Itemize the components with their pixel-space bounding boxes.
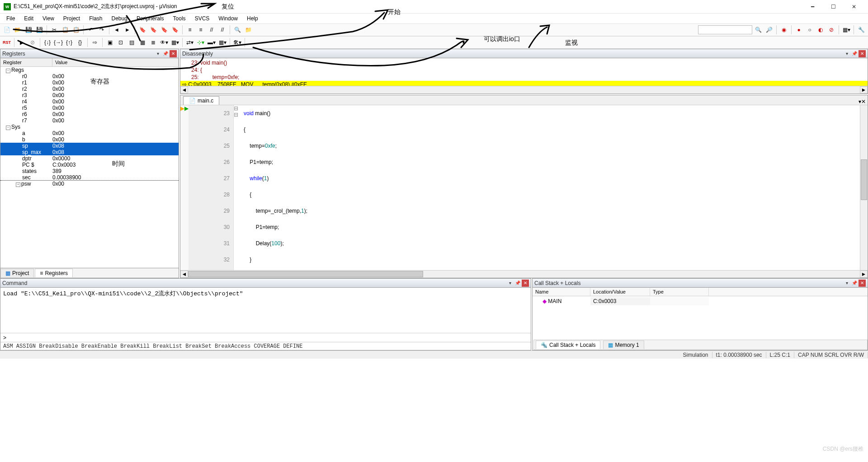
reg-row[interactable]: r50x00	[0, 105, 179, 111]
tab-callstack[interactable]: 🔩Call Stack + Locals	[536, 341, 600, 349]
bookmark-prev-icon[interactable]: 🔖	[148, 25, 158, 35]
panel-menu-icon[interactable]: ▾	[843, 50, 850, 57]
open-file-icon[interactable]: 📂	[13, 25, 23, 35]
breakpoint-insert-icon[interactable]: ●	[794, 25, 804, 35]
indent-icon[interactable]: ≡	[185, 25, 195, 35]
cs-col-type[interactable]: Type	[650, 288, 709, 296]
close-button[interactable]: ✕	[844, 0, 864, 14]
panel-close-icon[interactable]: ✕	[170, 50, 177, 57]
cs-col-loc[interactable]: Location/Value	[590, 288, 650, 296]
redo-icon[interactable]: ↷	[97, 25, 107, 35]
reset-icon[interactable]: RST	[2, 37, 12, 47]
maximize-button[interactable]: ☐	[823, 0, 844, 14]
panel-pin-icon[interactable]: 📌	[162, 50, 169, 57]
outdent-icon[interactable]: ≡	[196, 25, 206, 35]
disassembly-content[interactable]: 23: void main() 24: { 25: temp=0xfe;⇨ C:…	[180, 58, 868, 86]
save-all-icon[interactable]: 💾	[34, 25, 44, 35]
trace-window-icon[interactable]: ▬▾	[207, 37, 217, 47]
callstack-window-icon[interactable]: ≣	[148, 37, 158, 47]
find-icon[interactable]: 🔍	[232, 25, 242, 35]
nav-back-icon[interactable]: ◄	[112, 25, 122, 35]
menu-window[interactable]: Window	[214, 14, 242, 23]
run-icon[interactable]: ▶	[17, 37, 27, 47]
panel-pin-icon[interactable]: 📌	[851, 50, 858, 57]
reg-col-value[interactable]: Value	[52, 58, 179, 66]
step-into-icon[interactable]: {↓}	[42, 37, 52, 47]
breakpoint-kill-icon[interactable]: ⊘	[826, 25, 836, 35]
panel-close-icon[interactable]: ✕	[859, 280, 866, 287]
window-layout-icon[interactable]: ▦▾	[841, 25, 851, 35]
comment-icon[interactable]: //	[207, 25, 217, 35]
system-viewer-icon[interactable]: ▦▾	[217, 37, 227, 47]
breakpoint-enable-icon[interactable]: ○	[805, 25, 815, 35]
new-file-icon[interactable]: 📄	[2, 25, 12, 35]
code-editor[interactable]: ▶▶ 23242526272829303132 ⊟⊟ void main(){ …	[180, 105, 868, 270]
reg-row[interactable]: +psw0x00	[0, 181, 179, 187]
callstack-row[interactable]: ◆ MAINC:0x0003	[533, 296, 868, 306]
tab-project[interactable]: ▦Project	[0, 269, 34, 277]
panel-close-icon[interactable]: ✕	[859, 50, 866, 57]
menu-project[interactable]: Project	[59, 14, 85, 23]
editor-hscroll[interactable]: ◄►	[180, 270, 868, 278]
memory-window-icon[interactable]: ▦▾	[170, 37, 180, 47]
folder-icon[interactable]: 📁	[243, 25, 253, 35]
minimize-button[interactable]: ━	[802, 0, 823, 14]
menu-peripherals[interactable]: Peripherals	[132, 14, 169, 23]
panel-close-icon[interactable]: ✕	[861, 98, 866, 105]
editor-tab-main-c[interactable]: 📄 main.c	[183, 96, 219, 105]
tab-registers[interactable]: ≡Registers	[35, 269, 73, 277]
registers-window-icon[interactable]: ▦	[137, 37, 147, 47]
symbols-window-icon[interactable]: ▤	[127, 37, 137, 47]
reg-row[interactable]: a0x00	[0, 130, 179, 136]
step-out-icon[interactable]: {↑}	[64, 37, 74, 47]
reg-row[interactable]: r60x00	[0, 111, 179, 117]
search-input[interactable]	[698, 25, 752, 34]
serial-window-icon[interactable]: ⇄▾	[185, 37, 195, 47]
reg-row[interactable]: r30x00	[0, 92, 179, 98]
panel-pin-icon[interactable]: 📌	[851, 280, 858, 287]
command-input[interactable]: >	[0, 333, 531, 342]
tab-memory1[interactable]: ▦Memory 1	[603, 341, 644, 349]
undo-icon[interactable]: ↶	[86, 25, 96, 35]
reg-row[interactable]: r10x00	[0, 79, 179, 86]
save-icon[interactable]: 💾	[24, 25, 33, 35]
watch-window-icon[interactable]: 👁▾	[159, 37, 169, 47]
menu-svcs[interactable]: SVCS	[190, 14, 214, 23]
reg-col-name[interactable]: Register	[0, 58, 52, 66]
menu-flash[interactable]: Flash	[85, 14, 107, 23]
panel-menu-icon[interactable]: ▾	[506, 280, 514, 287]
reg-row[interactable]: sec0.00038900	[0, 174, 179, 181]
reg-row[interactable]: r20x00	[0, 86, 179, 92]
menu-file[interactable]: File	[2, 14, 19, 23]
run-to-cursor-icon[interactable]: {}	[75, 37, 85, 47]
nav-fwd-icon[interactable]: ►	[123, 25, 132, 35]
command-window-icon[interactable]: ▣	[105, 37, 115, 47]
cs-col-name[interactable]: Name	[533, 288, 590, 296]
reg-row[interactable]: states389	[0, 168, 179, 174]
bookmark-next-icon[interactable]: 🔖	[159, 25, 169, 35]
search-go-icon[interactable]: 🔍	[753, 25, 763, 35]
menu-help[interactable]: Help	[242, 14, 263, 23]
reg-group[interactable]: −Regs	[0, 67, 179, 73]
panel-pin-icon[interactable]: 📌	[514, 280, 521, 287]
toolbox-icon[interactable]: 🛠▾	[232, 37, 242, 47]
debug-start-icon[interactable]: ◉	[779, 25, 789, 35]
panel-menu-icon[interactable]: ▾	[843, 280, 850, 287]
panel-menu-icon[interactable]: ▾	[154, 50, 161, 57]
reg-row[interactable]: r70x00	[0, 117, 179, 124]
reg-row[interactable]: r00x00	[0, 73, 179, 79]
command-output[interactable]: Load "E:\\C51_Keil_pro\\QX-mini51\\code\…	[0, 288, 531, 333]
panel-close-icon[interactable]: ✕	[522, 280, 529, 287]
reg-row[interactable]: r40x00	[0, 98, 179, 105]
show-next-statement-icon[interactable]: ⇨	[90, 37, 100, 47]
menu-tools[interactable]: Tools	[169, 14, 190, 23]
stop-icon[interactable]: ⊘	[28, 37, 38, 47]
analysis-window-icon[interactable]: ⊹▾	[196, 37, 206, 47]
configure-icon[interactable]: 🔧	[856, 25, 866, 35]
disassembly-window-icon[interactable]: ⊡	[116, 37, 126, 47]
reg-row[interactable]: sp0x08	[0, 143, 179, 149]
menu-view[interactable]: View	[38, 14, 59, 23]
reg-row[interactable]: b0x00	[0, 136, 179, 143]
disasm-hscroll[interactable]: ◄►	[180, 86, 868, 93]
bookmark-icon[interactable]: 🔖	[137, 25, 147, 35]
